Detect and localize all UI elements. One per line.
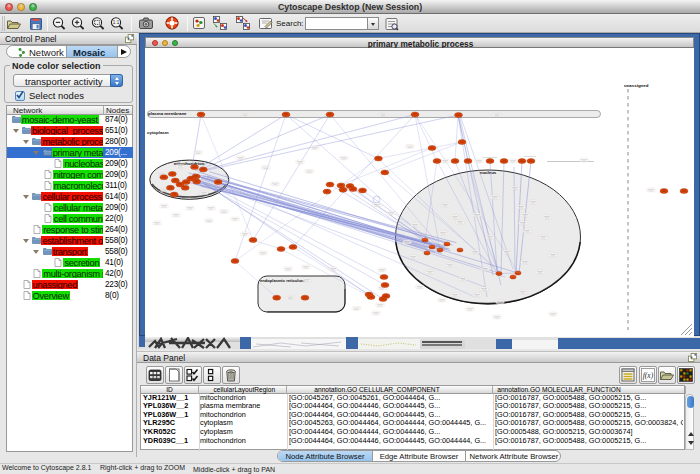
svg-text:plasma membrane: plasma membrane [148,111,187,116]
svg-text:cytoplasm: cytoplasm [147,130,169,135]
svg-text:nucleus: nucleus [480,170,497,175]
svg-text:unassigned: unassigned [624,83,649,88]
svg-text:endoplasmic reticulum: endoplasmic reticulum [260,278,305,283]
svg-text:f(x): f(x) [643,371,654,380]
